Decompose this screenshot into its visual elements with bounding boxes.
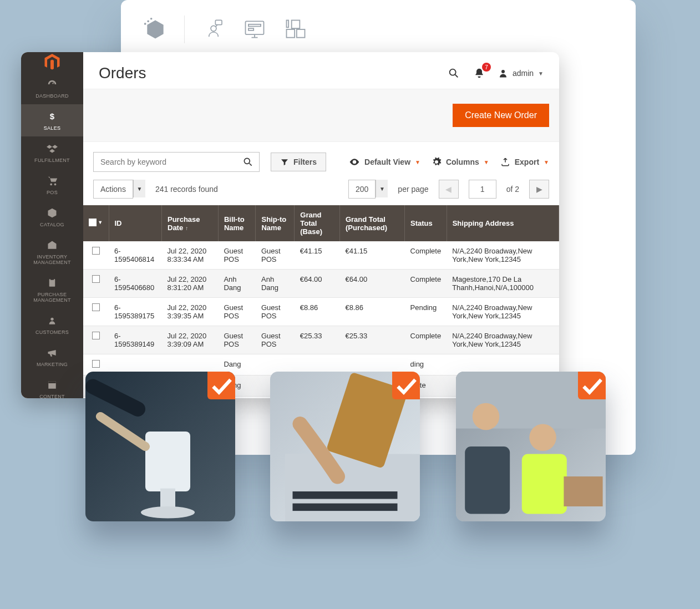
col-date[interactable]: Purchase Date↑: [162, 205, 219, 241]
cell-gt-base: €8.86: [295, 298, 340, 326]
svg-point-14: [50, 184, 52, 186]
gear-icon: [432, 157, 442, 167]
user-icon: [498, 68, 508, 78]
row-checkbox[interactable]: [92, 332, 100, 339]
svg-point-23: [244, 158, 250, 164]
user-menu[interactable]: admin ▼: [498, 68, 544, 78]
row-checkbox[interactable]: [92, 275, 100, 283]
svg-rect-29: [285, 454, 420, 522]
cell-status: Pending: [405, 298, 447, 326]
cell-date: Jul 22, 2020 3:39:35 AM: [162, 298, 219, 326]
svg-point-15: [54, 184, 57, 186]
cell-status: Complete: [405, 270, 447, 298]
sidebar: DASHBOARD $ SALES FULFILLMENT POS CATALO…: [21, 52, 83, 398]
action-bar: Create New Order: [83, 89, 559, 142]
cell-ship: Guest POS: [256, 298, 295, 326]
svg-rect-12: [287, 21, 289, 28]
cell-status: Complete: [405, 241, 447, 270]
create-order-button[interactable]: Create New Order: [453, 104, 549, 127]
notifications-icon[interactable]: 7: [473, 67, 486, 80]
chevron-down-icon: ▼: [133, 180, 145, 197]
sidebar-item-fulfillment[interactable]: FULFILLMENT: [21, 136, 83, 169]
sidebar-item-pos[interactable]: POS: [21, 169, 83, 201]
svg-point-27: [141, 506, 195, 519]
check-badge: [578, 372, 606, 399]
svg-text:$: $: [50, 111, 55, 121]
table-row[interactable]: 6-1595389149Jul 22, 2020 3:39:09 AMGuest…: [83, 326, 559, 354]
sidebar-item-marketing[interactable]: MARKETING: [21, 341, 83, 373]
col-bill[interactable]: Bill-to Name: [218, 205, 256, 241]
svg-rect-7: [248, 24, 261, 27]
sidebar-item-content[interactable]: CONTENT: [21, 373, 83, 398]
svg-rect-20: [48, 381, 56, 383]
sidebar-item-label: CATALOG: [40, 222, 64, 227]
row-checkbox[interactable]: [92, 247, 100, 255]
row-checkbox[interactable]: [92, 360, 100, 368]
cart-icon: [45, 174, 59, 187]
svg-rect-35: [465, 446, 510, 514]
default-view-menu[interactable]: Default View ▼: [349, 156, 420, 168]
separator: [184, 16, 185, 43]
col-addr[interactable]: Shipping Address: [447, 205, 559, 241]
sidebar-item-dashboard[interactable]: DASHBOARD: [21, 72, 83, 104]
main-area: Orders 7 admin ▼ Create New Order: [83, 52, 559, 398]
prev-page-button[interactable]: ◀: [439, 180, 459, 199]
svg-rect-11: [292, 21, 300, 29]
check-badge: [392, 372, 420, 399]
cell-ship: Guest POS: [256, 241, 295, 270]
cell-date: Jul 22, 2020 3:39:09 AM: [162, 326, 219, 354]
svg-marker-0: [147, 21, 163, 39]
funnel-icon: [280, 158, 289, 166]
cell-addr: Magestore,170 De La Thanh,Hanoi,N/A,1000…: [447, 270, 559, 298]
current-page-input[interactable]: 1: [469, 180, 496, 199]
gauge-icon: [45, 78, 59, 91]
svg-rect-16: [49, 279, 55, 287]
col-id[interactable]: ID: [109, 205, 162, 241]
select-all-header[interactable]: ▼: [83, 205, 109, 241]
svg-rect-39: [564, 476, 602, 506]
filters-button[interactable]: Filters: [271, 153, 326, 171]
table-row[interactable]: 6-1595406814Jul 22, 2020 8:33:34 AMGuest…: [83, 241, 559, 270]
svg-rect-26: [160, 489, 175, 510]
next-page-button[interactable]: ▶: [529, 180, 549, 199]
cell-gt-pur: €8.86: [339, 298, 404, 326]
col-ship[interactable]: Ship-to Name: [256, 205, 295, 241]
svg-point-37: [473, 403, 500, 430]
default-view-label: Default View: [364, 158, 410, 166]
cell-bill: Guest POS: [218, 326, 256, 354]
sidebar-item-catalog[interactable]: CATALOG: [21, 201, 83, 233]
actions-menu[interactable]: Actions ▼: [93, 180, 145, 199]
columns-menu[interactable]: Columns ▼: [432, 157, 489, 167]
page-size-select[interactable]: 200 ▼: [348, 180, 388, 199]
chevron-down-icon: ▼: [376, 180, 388, 197]
sidebar-item-inventory[interactable]: INVENTORY MANAGEMENT: [21, 233, 83, 271]
check-badge: [207, 372, 235, 399]
svg-point-1: [147, 21, 149, 23]
cell-gt-base: €25.33: [295, 326, 340, 354]
export-menu[interactable]: Export ▼: [500, 157, 549, 167]
sidebar-item-label: CUSTOMERS: [35, 329, 69, 335]
col-status[interactable]: Status: [405, 205, 447, 241]
top-actions: 7 admin ▼: [447, 67, 544, 80]
table-row[interactable]: 6-1595389175Jul 22, 2020 3:39:35 AMGuest…: [83, 298, 559, 326]
page-title: Orders: [99, 64, 146, 82]
sidebar-item-label: CONTENT: [39, 394, 65, 398]
row-checkbox[interactable]: [92, 303, 100, 311]
sidebar-item-purchase[interactable]: PURCHASE MANAGEMENT: [21, 271, 83, 308]
orders-grid: ▼ ID Purchase Date↑ Bill-to Name Ship-to…: [83, 205, 559, 397]
sidebar-item-sales[interactable]: $ SALES: [21, 104, 83, 136]
svg-rect-8: [248, 28, 253, 31]
search-icon[interactable]: [447, 67, 460, 80]
search-input[interactable]: [94, 158, 237, 166]
clipboard-icon: [45, 276, 59, 290]
page-of-label: of 2: [506, 185, 519, 194]
cell-date: Jul 22, 2020 8:33:34 AM: [162, 241, 219, 270]
table-row[interactable]: 6-1595406680Jul 22, 2020 8:31:20 AMAnh D…: [83, 270, 559, 298]
photo-card-warehouse: [456, 372, 606, 521]
sidebar-item-customers[interactable]: CUSTOMERS: [21, 308, 83, 341]
cell-id: 6-1595406680: [109, 270, 162, 298]
col-gt-base[interactable]: Grand Total (Base): [295, 205, 340, 241]
search-button[interactable]: [237, 152, 259, 172]
photo-card-pos: [85, 372, 235, 521]
col-gt-pur[interactable]: Grand Total (Purchased): [339, 205, 404, 241]
